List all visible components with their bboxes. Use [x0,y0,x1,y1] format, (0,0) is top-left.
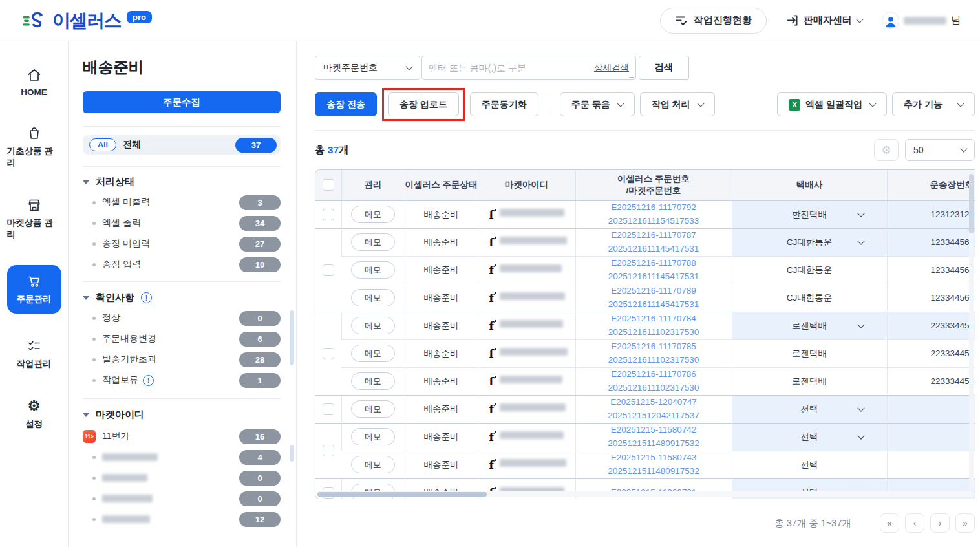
panel-scrollbar-thumb[interactable] [290,310,294,365]
section-process-status[interactable]: 처리상태 [83,176,281,188]
sidebar-item-home[interactable]: HOME [7,63,61,101]
market-order-no[interactable]: 2025121611102317530 [576,381,732,394]
row-checkbox[interactable] [323,403,334,415]
col-order-no: 이셀러스 주문번호/마켓주문번호 [575,170,732,200]
filter-all-row[interactable]: All 전체 37 [83,135,281,155]
memo-button[interactable]: 메모 [351,372,395,390]
detail-search-link[interactable]: 상세검색 [594,62,629,74]
next-page-button[interactable]: › [930,513,950,533]
market-order-no[interactable]: 2025121611145417531 [576,242,732,255]
courier-select[interactable]: 선택 [732,395,887,423]
section-market-id[interactable]: 마켓아이디 [83,409,281,421]
esellers-order-no[interactable]: E20251216-11170786 [576,368,732,381]
courier-select[interactable]: 로젠택배 [732,312,887,339]
filter-item[interactable]: 정상0 [83,308,281,328]
tracking-no: 123344565 [887,256,975,284]
sidebar-item-market-products[interactable]: 마켓상품 관리 [7,193,61,244]
work-progress-button[interactable]: 작업진행현황 [660,8,767,34]
market-order-no[interactable]: 2025121611145417531 [576,298,732,311]
first-page-button[interactable]: « [880,513,899,533]
courier-select[interactable]: 선택 [732,423,887,451]
work-process-dropdown[interactable]: 작업 처리 [640,92,715,116]
memo-button[interactable]: 메모 [351,345,395,362]
memo-button[interactable]: 메모 [351,261,395,279]
scrollbar-thumb[interactable] [317,492,487,497]
seller-center-menu[interactable]: 판매자센터 [786,14,862,27]
filter-item[interactable]: 0 [83,488,281,509]
esellers-order-no[interactable]: E20251216-11170785 [576,340,732,353]
filter-item[interactable]: 12 [83,509,281,530]
panel-scrollbar-thumb[interactable] [290,445,294,462]
filter-item[interactable]: 발송기한초과28 [83,349,281,370]
memo-button[interactable]: 메모 [351,428,395,445]
filter-item[interactable]: 송장 입력10 [83,254,281,275]
search-field-select[interactable]: 마켓주문번호 [315,56,420,80]
market-order-no[interactable]: 2025121611154517533 [576,215,732,228]
sidebar-item-settings[interactable]: ⚙ 설정 [7,394,61,434]
search-button[interactable]: 검색 [639,56,689,80]
esellers-order-no[interactable]: E20251216-11170789 [576,284,732,297]
memo-button[interactable]: 메모 [351,289,395,306]
esellers-order-no[interactable]: E20251216-11170787 [576,229,732,242]
sync-orders-button[interactable]: 주문동기화 [470,92,538,116]
prev-page-button[interactable]: ‹ [905,513,924,533]
marketplace-f-icon: f [489,292,494,305]
esellers-order-no[interactable]: E20251215-11580743 [576,451,732,464]
chevron-down-icon [697,100,704,107]
market-order-no[interactable]: 2025121611102317530 [576,326,732,339]
sidebar-item-base-products[interactable]: 기초상품 관리 [7,122,61,173]
memo-button[interactable]: 메모 [351,400,395,418]
all-chip[interactable]: All [89,138,116,151]
upload-invoice-button[interactable]: 송장 업로드 [388,92,459,116]
courier-select[interactable]: 한진택배 [732,200,887,228]
row-checkbox[interactable] [323,445,334,456]
marketplace-f-icon: f [489,431,494,444]
more-features-dropdown[interactable]: 추가 기능 [892,92,975,116]
filter-item[interactable]: 0 [83,467,281,488]
filter-item[interactable]: 엑셀 출력34 [83,213,281,233]
esellers-order-no[interactable]: E20251216-11170788 [576,257,732,270]
filter-item[interactable]: 작업보류!1 [83,370,281,391]
page-size-select[interactable]: 50 [905,139,975,161]
chevron-down-icon [856,16,863,23]
filter-item[interactable]: 송장 미입력27 [83,233,281,254]
memo-button[interactable]: 메모 [351,233,395,251]
sidebar-item-orders[interactable]: 주문관리 [7,265,61,314]
market-order-no[interactable]: 2025121611102317530 [576,354,732,367]
select-all-checkbox[interactable] [323,179,334,191]
search-input[interactable] [429,63,589,73]
send-invoice-button[interactable]: 송장 전송 [315,92,377,116]
user-account[interactable]: 님 [882,12,961,29]
esellers-order-no[interactable]: E20251216-11170792 [576,201,732,214]
collect-orders-button[interactable]: 주문수집 [83,91,281,113]
esellers-order-no[interactable]: E20251216-11170784 [576,312,732,325]
scrollbar-thumb[interactable] [969,174,974,233]
order-bundle-dropdown[interactable]: 주문 묶음 [560,92,635,116]
market-order-no[interactable]: 2025121511480917532 [576,465,732,478]
count-badge: 34 [239,216,281,231]
courier-select[interactable]: CJ대한통운 [732,228,887,256]
column-settings-button[interactable]: ⚙ [874,139,899,161]
filter-item[interactable]: 엑셀 미출력3 [83,192,281,213]
resize-grip[interactable] [629,72,634,78]
section-check-items[interactable]: 확인사항 ! [83,292,281,304]
market-order-no[interactable]: 2025121511480917532 [576,437,732,450]
memo-button[interactable]: 메모 [351,317,395,334]
filter-item[interactable]: 4 [83,447,281,467]
last-page-button[interactable]: » [955,513,975,533]
row-checkbox[interactable] [323,209,334,220]
market-order-no[interactable]: 2025121512042117537 [576,409,732,422]
filter-item[interactable]: 주문내용변경6 [83,328,281,349]
esellers-order-no[interactable]: E20251215-12040747 [576,396,732,409]
memo-button[interactable]: 메모 [351,456,395,473]
market-order-no[interactable]: 2025121611145417531 [576,270,732,283]
count-badge: 16 [239,429,281,444]
row-checkbox[interactable] [323,264,334,276]
memo-button[interactable]: 메모 [351,206,395,223]
sidebar-item-tasks[interactable]: 작업관리 [7,334,61,374]
row-checkbox[interactable] [323,348,334,359]
esellers-order-no[interactable]: E20251215-11580742 [576,424,732,436]
chevron-down-icon [405,63,412,70]
excel-batch-dropdown[interactable]: X 엑셀 일괄작업 [777,92,887,116]
filter-item-11st[interactable]: 11> 11번가 16 [83,426,281,447]
